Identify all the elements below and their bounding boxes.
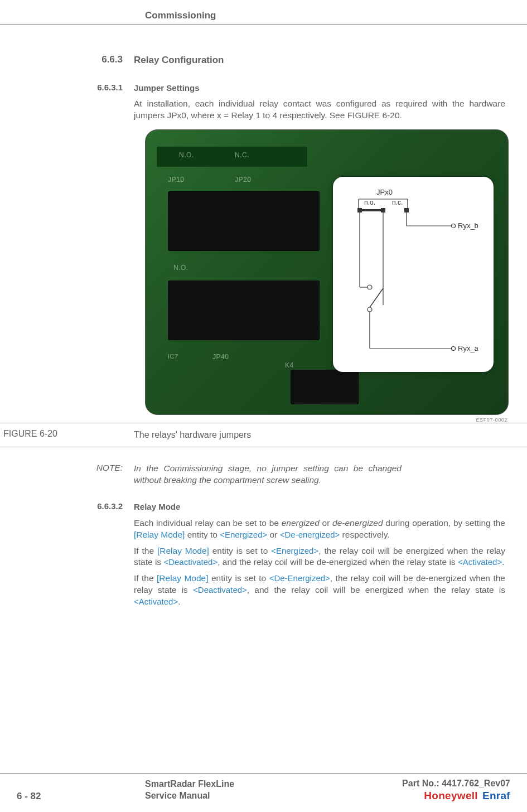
subsection-title: Jumper Settings [134,83,507,94]
paragraph: If the [Relay Mode] entity is set to <De… [134,573,507,608]
page-content: 6.6.3 Relay Configuration 6.6.3.1 Jumper… [0,25,527,608]
subsection-title: Relay Mode [134,501,507,513]
pcb-photo: N.O. N.C. JP10 JP20 N.O. IC7 JP40 K4 JPx… [145,129,509,415]
svg-point-11 [452,224,456,228]
figure-caption: The relays' hardware jumpers [134,429,507,441]
figure-code: ESF07-0002 [0,417,526,423]
svg-point-12 [368,285,372,289]
paragraph: If the [Relay Mode] entity is set to <En… [134,545,507,569]
page-number: 6 - 82 [17,781,145,802]
page-footer: 6 - 82 SmartRadar FlexLine Service Manua… [0,774,527,812]
paragraph: Each individual relay can be set to be e… [134,518,507,541]
value-activated: <Activated> [458,557,502,567]
entity-relay-mode: [Relay Mode] [157,573,208,583]
svg-rect-3 [357,208,362,212]
label-no: n.o. [364,199,375,206]
silk-label: JP10 [168,176,184,183]
label-jpx0: JPx0 [376,188,393,196]
brand-honeywell: Honeywell [424,790,478,801]
value-deactivated: <Deactivated> [163,557,217,567]
note-body: In the Commissioning stage, no jumper se… [134,463,402,486]
figure: N.O. N.C. JP10 JP20 N.O. IC7 JP40 K4 JPx… [0,129,527,415]
silk-label: JP20 [235,176,251,183]
subsection-number: 6.6.3.2 [0,501,134,513]
silk-label: N.O. [173,264,188,272]
entity-relay-mode: [Relay Mode] [134,530,185,539]
value-deactivated: <Deactivated> [193,585,247,594]
figure-label: FIGURE 6-20 [0,429,134,441]
svg-rect-5 [404,208,409,212]
section-title: Relay Configuration [134,54,507,67]
entity-relay-mode: [Relay Mode] [157,546,209,555]
silk-label: JP40 [212,353,229,361]
subsection-number: 6.6.3.1 [0,83,134,94]
doc-title-1: SmartRadar FlexLine [145,779,357,790]
label-ryxa: Ryx_a [458,344,479,352]
brand-logo: HoneywellEnraf [357,790,510,802]
value-energized: <Energized> [220,530,267,539]
silk-label: IC7 [168,353,178,360]
svg-line-15 [370,288,383,307]
doc-title-2: Service Manual [145,790,357,802]
svg-point-14 [368,307,372,312]
chapter-header: Commissioning [0,0,527,25]
part-number: Part No.: 4417.762_Rev07 [357,779,510,789]
chapter-title: Commissioning [145,10,216,21]
label-nc: n.c. [392,199,403,206]
paragraph: At installation, each individual relay c… [134,98,507,122]
value-activated: <Activated> [134,597,178,606]
silk-label: K4 [285,361,294,369]
brand-enraf: Enraf [478,790,510,801]
silk-label: N.O. [179,151,194,159]
svg-point-19 [452,347,456,351]
silk-label: N.C. [235,151,249,159]
value-energized: <Energized> [271,546,318,555]
value-deenergized: <De-energized> [280,530,340,539]
value-de-energized: <De-Energized> [269,573,330,583]
note-label: NOTE: [0,463,134,486]
label-ryxb: Ryx_b [458,221,478,230]
svg-rect-4 [381,208,385,212]
jumper-schematic: JPx0 n.o. n.c. Ryx_b Ryx_a [333,177,494,372]
section-number: 6.6.3 [0,54,134,67]
